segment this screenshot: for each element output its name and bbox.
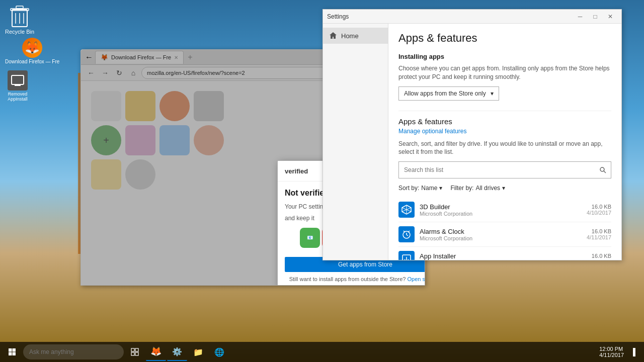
svg-line-18 bbox=[404, 231, 405, 232]
app-search-input[interactable] bbox=[399, 163, 595, 176]
dropdown-caret-icon: ▾ bbox=[491, 90, 494, 97]
settings-window-controls: ─ □ ✕ bbox=[573, 12, 617, 22]
installing-apps-desc: Choose where you can get apps from. Inst… bbox=[398, 64, 611, 81]
taskbar-time: 12:00 PM bbox=[599, 346, 624, 352]
app-date-alarms-clock: 4/11/2017 bbox=[587, 234, 611, 240]
svg-point-9 bbox=[600, 167, 604, 171]
section-divider bbox=[398, 111, 611, 111]
svg-rect-33 bbox=[13, 352, 16, 356]
filter-value: All drives bbox=[475, 185, 500, 192]
app-publisher-alarms-clock: Microsoft Corporation bbox=[420, 235, 582, 241]
taskbar-date: 4/11/2017 bbox=[599, 352, 624, 358]
svg-rect-31 bbox=[13, 348, 16, 352]
app-icon-app-installer bbox=[398, 251, 415, 260]
dropdown-value: Allow apps from the Store only bbox=[404, 90, 486, 97]
3d-builder-icon bbox=[401, 204, 412, 215]
app-size-alarms-clock: 16.0 KB bbox=[587, 228, 611, 234]
alarms-clock-icon bbox=[401, 229, 412, 240]
settings-main-title: Apps & features bbox=[398, 32, 611, 45]
app-list-item-3d-builder[interactable]: 3D Builder Microsoft Corporation 16.0 KB… bbox=[398, 198, 611, 222]
svg-rect-32 bbox=[9, 352, 12, 356]
app-name-3d-builder: 3D Builder bbox=[420, 203, 582, 211]
svg-rect-6 bbox=[12, 75, 24, 84]
app-search-button[interactable] bbox=[595, 162, 611, 178]
taskbar-edge-button[interactable]: 🌐 bbox=[209, 343, 229, 361]
modal-app-icon-1: 📧 bbox=[300, 228, 320, 248]
svg-line-19 bbox=[408, 231, 410, 232]
app-name-alarms-clock: Alarms & Clock bbox=[420, 228, 582, 235]
settings-titlebar: Settings ─ □ ✕ bbox=[323, 10, 621, 24]
installing-apps-title: Installing apps bbox=[398, 53, 611, 60]
windows-icon bbox=[8, 348, 16, 356]
taskbar-clock[interactable]: 12:00 PM 4/11/2017 bbox=[595, 346, 628, 358]
sort-caret-icon: ▾ bbox=[439, 185, 442, 192]
app-name-app-installer: App Installer bbox=[420, 252, 582, 260]
desktop-icon-firefox[interactable]: 🦊 Download Firefox — Fre bbox=[5, 38, 59, 64]
settings-nav-home[interactable]: Home bbox=[323, 28, 388, 44]
settings-window: Settings ─ □ ✕ Home Apps & features Inst… bbox=[323, 9, 622, 260]
app-icon-alarms-clock bbox=[398, 226, 415, 242]
desktop-icon-removed[interactable]: Removed AppInstall bbox=[3, 70, 33, 102]
settings-sidebar: Home bbox=[323, 24, 388, 260]
removed-label: Removed AppInstall bbox=[3, 92, 33, 102]
app-meta-alarms-clock: 16.0 KB 4/11/2017 bbox=[587, 228, 611, 240]
filter-caret-icon: ▾ bbox=[502, 185, 505, 192]
app-list-item-app-installer[interactable]: App Installer Microsoft Corporation 16.0… bbox=[398, 247, 611, 260]
app-size-3d-builder: 16.0 KB bbox=[587, 204, 611, 210]
app-meta-app-installer: 16.0 KB 4/11/2017 bbox=[587, 253, 611, 260]
app-date-app-installer: 4/11/2017 bbox=[587, 259, 611, 260]
settings-content: Apps & features Installing apps Choose w… bbox=[388, 24, 621, 260]
svg-rect-37 bbox=[135, 352, 138, 355]
app-info-alarms-clock: Alarms & Clock Microsoft Corporation bbox=[420, 228, 582, 241]
app-list: 3D Builder Microsoft Corporation 16.0 KB… bbox=[398, 198, 611, 260]
app-date-3d-builder: 4/10/2017 bbox=[587, 210, 611, 216]
filter-label: Filter by: bbox=[450, 185, 473, 192]
svg-rect-30 bbox=[9, 348, 12, 352]
svg-rect-36 bbox=[131, 352, 134, 355]
recycle-bin-label: Recycle Bin bbox=[5, 29, 34, 35]
app-list-item-alarms-clock[interactable]: Alarms & Clock Microsoft Corporation 16.… bbox=[398, 222, 611, 247]
app-publisher-3d-builder: Microsoft Corporation bbox=[420, 211, 582, 217]
apps-features-subtitle: Apps & features bbox=[398, 117, 611, 126]
search-icon bbox=[599, 166, 606, 173]
recycle-bin-icon bbox=[10, 5, 30, 28]
taskbar-firefox-button[interactable]: 🦊 bbox=[146, 343, 166, 361]
sort-label: Sort by: bbox=[398, 185, 419, 192]
taskbar-settings-button[interactable]: ⚙️ bbox=[167, 343, 187, 361]
apps-source-dropdown[interactable]: Allow apps from the Store only ▾ bbox=[398, 86, 499, 101]
filter-by-button[interactable]: Filter by: All drives ▾ bbox=[450, 185, 505, 192]
desktop-icon-recycle-bin[interactable]: Recycle Bin bbox=[5, 5, 34, 35]
settings-maximize-button[interactable]: □ bbox=[588, 12, 602, 22]
sort-filter-row: Sort by: Name ▾ Filter by: All drives ▾ bbox=[398, 185, 611, 192]
removed-icon bbox=[8, 70, 28, 90]
modal-title: verified bbox=[285, 167, 308, 175]
app-installer-icon bbox=[401, 253, 412, 260]
svg-rect-35 bbox=[135, 348, 138, 351]
firefox-label: Download Firefox — Fre bbox=[5, 59, 59, 64]
settings-window-title: Settings bbox=[327, 13, 349, 20]
settings-minimize-button[interactable]: ─ bbox=[573, 12, 587, 22]
start-button[interactable] bbox=[2, 343, 22, 361]
app-icon-3d-builder bbox=[398, 202, 415, 218]
app-meta-3d-builder: 16.0 KB 4/10/2017 bbox=[587, 204, 611, 216]
show-desktop-button[interactable]: ▌ bbox=[629, 348, 642, 356]
svg-rect-34 bbox=[131, 348, 134, 351]
settings-body: Home Apps & features Installing apps Cho… bbox=[323, 24, 621, 260]
manage-optional-features-link[interactable]: Manage optional features bbox=[398, 128, 611, 135]
open-settings-link[interactable]: Open settings bbox=[407, 276, 425, 282]
taskbar-search[interactable] bbox=[23, 344, 124, 359]
taskbar-file-explorer-button[interactable]: 📁 bbox=[188, 343, 208, 361]
svg-line-10 bbox=[604, 171, 606, 173]
firefox-desktop-icon: 🦊 bbox=[22, 38, 42, 58]
app-size-app-installer: 16.0 KB bbox=[587, 253, 611, 259]
app-info-3d-builder: 3D Builder Microsoft Corporation bbox=[420, 203, 582, 217]
task-view-button[interactable] bbox=[125, 343, 145, 361]
modal-footer: Still want to install apps from outside … bbox=[285, 276, 425, 282]
sort-by-button[interactable]: Sort by: Name ▾ bbox=[398, 185, 442, 192]
app-search-bar bbox=[398, 161, 611, 178]
home-icon bbox=[329, 32, 337, 40]
settings-close-button[interactable]: ✕ bbox=[603, 12, 617, 22]
sort-value: Name bbox=[421, 185, 437, 192]
svg-line-17 bbox=[407, 235, 408, 236]
task-view-icon bbox=[131, 348, 139, 356]
